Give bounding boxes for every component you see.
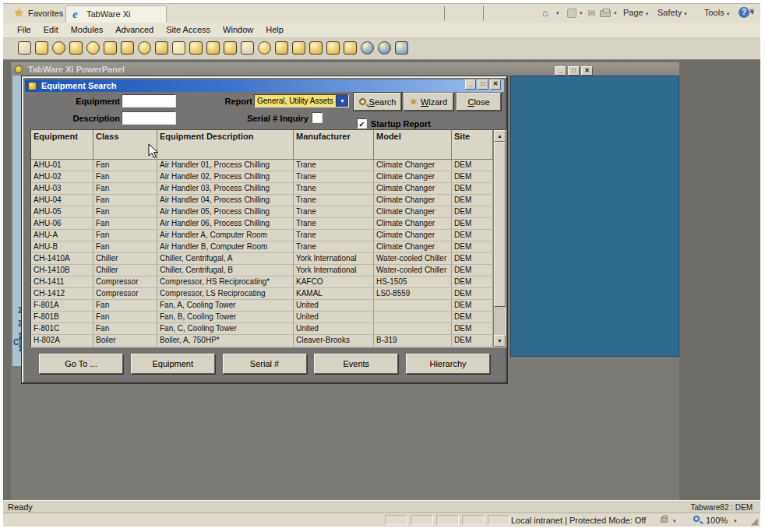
sphere-button[interactable] xyxy=(84,38,101,58)
wizard-button[interactable]: ✶ Wizard xyxy=(404,93,453,111)
user-globe-button[interactable] xyxy=(358,38,375,58)
print-icon[interactable] xyxy=(600,10,611,17)
serial-inquiry-checkbox[interactable] xyxy=(312,112,323,123)
table-row[interactable]: AHU-BFanAir Handler B, Computer RoomTran… xyxy=(31,241,493,253)
table-row[interactable]: CH-1410AChillerChiller, Centrifugal, AYo… xyxy=(31,253,493,265)
zoom-magnifier-icon[interactable] xyxy=(693,516,700,522)
cube-button[interactable] xyxy=(238,38,256,58)
table-row[interactable]: AHU-04FanAir Handler 04, Process Chillin… xyxy=(31,195,493,206)
menu-item-window[interactable]: Window xyxy=(217,24,259,35)
resize-grip-icon[interactable]: ◢ xyxy=(751,516,758,527)
feed-icon[interactable] xyxy=(567,9,576,18)
table-row[interactable]: AHU-02FanAir Handler 02, Process Chillin… xyxy=(31,171,493,183)
table-row[interactable]: AHU-01FanAir Handler 01, Process Chillin… xyxy=(31,160,493,171)
inbox-button[interactable] xyxy=(307,38,324,58)
hammer-button[interactable] xyxy=(118,38,136,58)
menu-item-site-access[interactable]: Site Access xyxy=(160,24,217,35)
report-dropdown[interactable]: General, Utility Assets ▼ xyxy=(254,94,349,107)
worker-button[interactable] xyxy=(153,38,170,58)
column-header-equipment-description[interactable]: Equipment Description xyxy=(157,130,294,159)
exit-button[interactable] xyxy=(393,38,410,58)
dialog-close-button[interactable]: ✕ xyxy=(490,79,501,90)
footer-button-go-to[interactable]: Go To ... xyxy=(39,354,123,374)
startup-report-checkbox[interactable]: ✓ xyxy=(357,118,367,129)
person-button[interactable] xyxy=(101,38,118,58)
footer-button-serial[interactable]: Serial # xyxy=(223,354,307,374)
help-icon[interactable]: ? xyxy=(739,7,749,18)
powerpanel-close-button[interactable]: ✕ xyxy=(581,66,593,76)
footer-button-events[interactable]: Events xyxy=(314,354,398,374)
safety-menu-button[interactable]: Safety ▾ xyxy=(657,8,687,17)
document-button[interactable] xyxy=(67,38,84,58)
people-button[interactable] xyxy=(204,38,221,58)
footer-button-hierarchy[interactable]: Hierarchy xyxy=(406,354,490,374)
table-vertical-scrollbar[interactable]: ▲ ▼ xyxy=(493,130,506,347)
favorites-button[interactable]: Favorites xyxy=(28,9,63,18)
send-mail-button[interactable] xyxy=(221,38,238,58)
powerpanel-minimize-button[interactable]: _ xyxy=(555,66,566,76)
dialog-titlebar[interactable]: Equipment Search xyxy=(25,79,504,92)
menu-item-help[interactable]: Help xyxy=(259,24,290,35)
page-menu-button[interactable]: Page ▾ xyxy=(623,8,648,17)
table-row[interactable]: AHU-AFanAir Handler A, Computer RoomTran… xyxy=(31,230,493,241)
table-row[interactable]: F-801BFanFan, B, Cooling TowerUnitedDEM xyxy=(31,312,493,323)
menu-item-advanced[interactable]: Advanced xyxy=(109,24,160,35)
scrollbar-thumb[interactable] xyxy=(494,142,506,307)
zoom-dropdown-icon[interactable]: ▾ xyxy=(734,518,737,524)
money-button[interactable] xyxy=(256,38,273,58)
print-dropdown-icon[interactable]: ▾ xyxy=(614,10,617,16)
column-header-manufacturer[interactable]: Manufacturer xyxy=(294,130,374,159)
table-row[interactable]: CH-1411CompressorCompressor, HS Reciproc… xyxy=(31,277,493,288)
package-button[interactable] xyxy=(290,38,307,58)
gears-button[interactable] xyxy=(273,38,290,58)
favorites-star-icon[interactable]: ★ xyxy=(14,6,24,19)
command-bar-overflow-button[interactable]: » xyxy=(749,5,754,15)
close-button[interactable]: Close xyxy=(457,93,501,111)
table-cell: Fan xyxy=(93,230,157,241)
home-icon[interactable]: ⌂ xyxy=(542,7,548,19)
description-input[interactable] xyxy=(122,111,176,125)
column-header-model[interactable]: Model xyxy=(374,130,452,159)
table-row[interactable]: AHU-06FanAir Handler 06, Process Chillin… xyxy=(31,218,493,230)
help-tool-button[interactable] xyxy=(375,38,393,58)
scroll-down-icon[interactable]: ▼ xyxy=(494,335,506,347)
read-mail-icon[interactable]: ✉ xyxy=(587,8,595,19)
wrench-button[interactable] xyxy=(324,38,341,58)
menu-item-edit[interactable]: Edit xyxy=(37,24,65,35)
powerpanel-maximize-button[interactable]: □ xyxy=(568,66,580,76)
open-folder-button[interactable] xyxy=(33,38,50,58)
equipment-input[interactable] xyxy=(122,94,176,107)
table-row[interactable]: AHU-03FanAir Handler 03, Process Chillin… xyxy=(31,183,493,195)
clock-button[interactable] xyxy=(136,38,153,58)
table-cell: CH-1410A xyxy=(31,253,93,264)
column-header-site[interactable]: Site xyxy=(452,130,493,159)
table-row[interactable]: CH-1412CompressorCompressor, LS Reciproc… xyxy=(31,288,493,300)
search-button[interactable]: Search xyxy=(354,93,401,111)
report-dropdown-arrow-icon[interactable]: ▼ xyxy=(336,95,348,107)
table-row[interactable]: CH-1410BChillerChiller, Centrifugal, BYo… xyxy=(31,265,493,277)
phone-button[interactable] xyxy=(341,38,358,58)
feed-dropdown-icon[interactable]: ▾ xyxy=(580,10,583,16)
lock-icon[interactable] xyxy=(661,517,668,523)
money-icon xyxy=(258,41,271,55)
menu-item-file[interactable]: File xyxy=(11,24,37,35)
zoom-level-text[interactable]: 100% xyxy=(706,516,728,525)
table-row[interactable]: F-801CFanFan, C, Cooling TowerUnitedDEM xyxy=(31,323,493,335)
browser-tab[interactable]: e TabWare Xi xyxy=(65,5,167,23)
dialog-minimize-button[interactable]: _ xyxy=(465,79,476,90)
scroll-up-icon[interactable]: ▲ xyxy=(494,130,506,142)
new-document-button[interactable] xyxy=(16,38,33,58)
globe-button[interactable] xyxy=(50,38,67,58)
home-dropdown-icon[interactable]: ▾ xyxy=(556,10,559,16)
table-row[interactable]: AHU-05FanAir Handler 05, Process Chillin… xyxy=(31,206,493,218)
menu-item-modules[interactable]: Modules xyxy=(65,24,110,35)
footer-button-equipment[interactable]: Equipment xyxy=(131,354,215,374)
zone-dropdown-icon[interactable]: ▾ xyxy=(673,518,676,524)
table-row[interactable]: F-801AFanFan, A, Cooling TowerUnitedDEM xyxy=(31,300,493,312)
dialog-maximize-button[interactable]: □ xyxy=(478,79,488,90)
po-document-button[interactable] xyxy=(170,38,187,58)
table-row[interactable]: H-802ABoilerBoiler, A, 750HP*Cleaver-Bro… xyxy=(31,335,493,347)
column-header-equipment[interactable]: Equipment xyxy=(31,130,93,159)
tools-menu-button[interactable]: Tools ▾ xyxy=(704,8,729,17)
mail-button[interactable] xyxy=(187,38,204,58)
